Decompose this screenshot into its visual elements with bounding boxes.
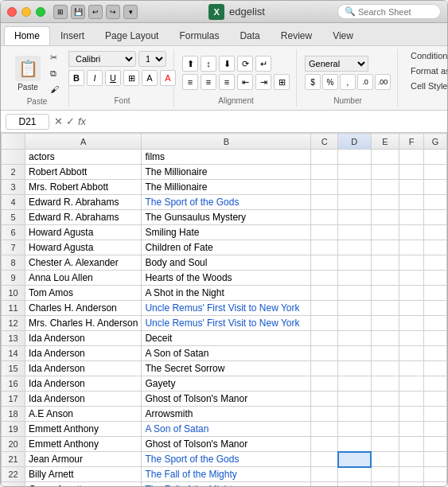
close-button[interactable] — [7, 7, 17, 17]
align-top-button[interactable]: ⬆ — [182, 56, 198, 72]
cell-17-c[interactable] — [311, 392, 338, 407]
cell-4-b[interactable]: The Sport of the Gods — [142, 195, 311, 210]
cell-14-b[interactable]: A Son of Satan — [142, 346, 311, 361]
cell-10-b[interactable]: A Shot in the Night — [142, 286, 311, 301]
text-orient-button[interactable]: ⟳ — [237, 56, 253, 72]
cell-0-c[interactable] — [311, 150, 338, 165]
col-header-c[interactable]: C — [311, 134, 338, 150]
cell-14-a[interactable]: Ida Anderson — [25, 346, 142, 361]
cell-23-e[interactable] — [371, 482, 399, 487]
conditional-formatting-button[interactable]: Conditional Formatting ▾ — [406, 49, 448, 63]
cell-6-e[interactable] — [371, 225, 399, 240]
cell-2-f[interactable] — [399, 165, 424, 180]
cell-11-f[interactable] — [399, 301, 424, 316]
cell-3-f[interactable] — [399, 180, 424, 195]
cell-4-c[interactable] — [311, 195, 338, 210]
cell-15-d[interactable] — [338, 361, 371, 376]
copy-button[interactable]: ⧉ — [47, 67, 62, 80]
cell-0-d[interactable] — [338, 150, 371, 165]
underline-button[interactable]: U — [105, 70, 121, 86]
cell-2-g[interactable] — [424, 165, 447, 180]
cell-0-g[interactable] — [424, 150, 447, 165]
col-header-a[interactable]: A — [25, 134, 142, 150]
minimize-button[interactable] — [21, 7, 31, 17]
cell-14-c[interactable] — [311, 346, 338, 361]
cell-3-c[interactable] — [311, 180, 338, 195]
align-bottom-button[interactable]: ⬇ — [219, 56, 235, 72]
cell-8-a[interactable]: Chester A. Alexander — [25, 255, 142, 271]
cell-10-d[interactable] — [338, 286, 371, 301]
cell-23-c[interactable] — [311, 482, 338, 487]
cell-23-a[interactable]: Grace Arnett — [25, 482, 142, 487]
cell-13-g[interactable] — [424, 331, 447, 346]
cell-17-e[interactable] — [371, 392, 399, 407]
number-format-select[interactable]: General — [305, 56, 368, 72]
cell-12-b[interactable]: Uncle Remus' First Visit to New York — [142, 316, 311, 331]
cell-15-g[interactable] — [424, 361, 447, 376]
align-left-button[interactable]: ≡ — [182, 74, 198, 90]
tab-formulas[interactable]: Formulas — [169, 26, 229, 45]
cell-12-g[interactable] — [424, 316, 447, 331]
cell-19-b[interactable]: A Son of Satan — [142, 422, 311, 437]
cell-21-d[interactable] — [338, 452, 371, 467]
align-right-button[interactable]: ≡ — [219, 74, 235, 90]
cell-17-d[interactable] — [338, 392, 371, 407]
cell-14-g[interactable] — [424, 346, 447, 361]
cell-2-c[interactable] — [311, 165, 338, 180]
cell-6-d[interactable] — [338, 225, 371, 240]
cell-16-e[interactable] — [371, 376, 399, 392]
cell-18-d[interactable] — [338, 407, 371, 422]
cell-17-g[interactable] — [424, 392, 447, 407]
cancel-formula-icon[interactable]: ✕ — [54, 115, 63, 127]
cell-9-g[interactable] — [424, 271, 447, 286]
cell-4-f[interactable] — [399, 195, 424, 210]
cell-15-f[interactable] — [399, 361, 424, 376]
cell-21-b[interactable]: The Sport of the Gods — [142, 452, 311, 467]
cell-5-b[interactable]: The Gunsaulus Mystery — [142, 210, 311, 225]
comma-button[interactable]: , — [340, 74, 356, 90]
cell-8-d[interactable] — [338, 255, 371, 271]
cell-20-e[interactable] — [371, 437, 399, 452]
col-header-g[interactable]: G — [424, 134, 447, 150]
cell-films[interactable]: films — [142, 150, 311, 165]
cell-20-b[interactable]: Ghost of Tolson's Manor — [142, 437, 311, 452]
cell-16-a[interactable]: Ida Anderson — [25, 376, 142, 392]
cell-9-c[interactable] — [311, 271, 338, 286]
cell-2-d[interactable] — [338, 165, 371, 180]
italic-button[interactable]: I — [87, 70, 103, 86]
cell-11-e[interactable] — [371, 301, 399, 316]
cell-18-g[interactable] — [424, 407, 447, 422]
cell-21-e[interactable] — [371, 452, 399, 467]
cell-6-b[interactable]: Smiling Hate — [142, 225, 311, 240]
cell-17-a[interactable]: Ida Anderson — [25, 392, 142, 407]
col-header-d[interactable]: D — [338, 134, 371, 150]
cell-2-e[interactable] — [371, 165, 399, 180]
cell-10-f[interactable] — [399, 286, 424, 301]
tab-page-layout[interactable]: Page Layout — [95, 26, 169, 45]
cell-4-g[interactable] — [424, 195, 447, 210]
cell-22-a[interactable]: Billy Arnett — [25, 467, 142, 482]
cell-5-d[interactable] — [338, 210, 371, 225]
cell-17-b[interactable]: Ghost of Tolson's Manor — [142, 392, 311, 407]
increase-indent-button[interactable]: ⇥ — [255, 74, 271, 90]
cell-13-d[interactable] — [338, 331, 371, 346]
cell-5-f[interactable] — [399, 210, 424, 225]
cell-10-g[interactable] — [424, 286, 447, 301]
cell-19-g[interactable] — [424, 422, 447, 437]
maximize-button[interactable] — [36, 7, 45, 17]
toolbar-icon-2[interactable]: 💾 — [71, 5, 85, 19]
wrap-text-button[interactable]: ↵ — [255, 56, 271, 72]
cell-11-g[interactable] — [424, 301, 447, 316]
cell-6-c[interactable] — [311, 225, 338, 240]
redo-icon[interactable]: ↪ — [106, 5, 120, 19]
search-bar[interactable]: 🔍 — [337, 4, 441, 19]
cell-22-e[interactable] — [371, 467, 399, 482]
col-header-b[interactable]: B — [142, 134, 311, 150]
cell-7-f[interactable] — [399, 240, 424, 255]
col-header-f[interactable]: F — [399, 134, 424, 150]
cell-22-c[interactable] — [311, 467, 338, 482]
cell-3-g[interactable] — [424, 180, 447, 195]
cell-15-a[interactable]: Ida Anderson — [25, 361, 142, 376]
formula-input[interactable] — [91, 116, 442, 127]
cell-16-g[interactable] — [424, 376, 447, 392]
